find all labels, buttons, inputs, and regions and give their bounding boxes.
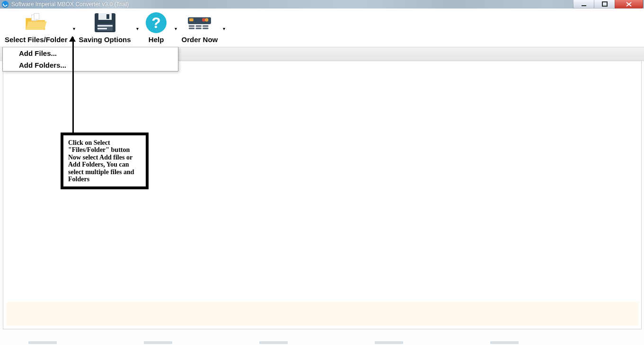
select-files-folder-label: Select Files/Folder [5,35,68,44]
svg-rect-7 [98,13,112,20]
close-button[interactable] [615,0,643,9]
minimize-button[interactable] [573,0,594,9]
svg-rect-23 [203,27,209,29]
svg-point-17 [205,18,209,21]
chevron-down-icon: ▾ [223,26,225,31]
svg-rect-0 [582,5,586,6]
credit-card-icon [186,11,212,35]
svg-rect-5 [34,13,39,19]
annotation-arrow [71,37,74,134]
svg-rect-1 [602,2,607,6]
app-icon [2,1,9,8]
taskbar-ghost [0,341,644,345]
svg-rect-11 [97,28,107,29]
annotation-text: Click on Select "Files/Folder" button No… [68,139,141,183]
svg-text:?: ? [151,14,161,31]
help-icon: ? [143,11,169,35]
maximize-button[interactable] [594,0,615,9]
annotation-callout: Click on Select "Files/Folder" button No… [61,133,149,189]
window-controls [573,0,643,9]
svg-rect-8 [106,14,109,19]
svg-rect-15 [190,18,194,21]
add-folders-menu-item[interactable]: Add Folders... [3,59,178,71]
folder-open-icon [23,11,49,35]
saving-options-button[interactable]: Saving Options ▾ [74,9,136,47]
window-title: Software Imperial MBOX Converter v3.0 (T… [11,1,129,8]
svg-rect-22 [196,27,202,29]
order-now-label: Order Now [182,35,218,44]
add-files-menu-item[interactable]: Add Files... [3,47,178,59]
order-now-button[interactable]: Order Now ▾ [177,9,223,47]
svg-rect-10 [97,25,113,27]
saving-options-label: Saving Options [79,35,131,44]
svg-rect-18 [189,26,194,27]
save-disk-icon [92,11,118,35]
help-button[interactable]: ? Help ▾ [139,9,174,47]
main-toolbar: Select Files/Folder ▾ Saving Options ▾ ?… [0,9,644,47]
svg-rect-20 [203,26,209,27]
close-icon [626,1,632,7]
select-files-folder-button[interactable]: Select Files/Folder ▾ [0,9,72,47]
maximize-icon [602,1,608,7]
select-files-folder-dropdown: Add Files... Add Folders... [2,47,178,71]
window-titlebar: Software Imperial MBOX Converter v3.0 (T… [0,0,644,9]
minimize-icon [581,1,587,7]
content-area [3,61,642,329]
status-band [6,302,638,326]
help-label: Help [149,35,164,44]
svg-rect-21 [189,27,194,29]
svg-rect-19 [196,26,202,27]
